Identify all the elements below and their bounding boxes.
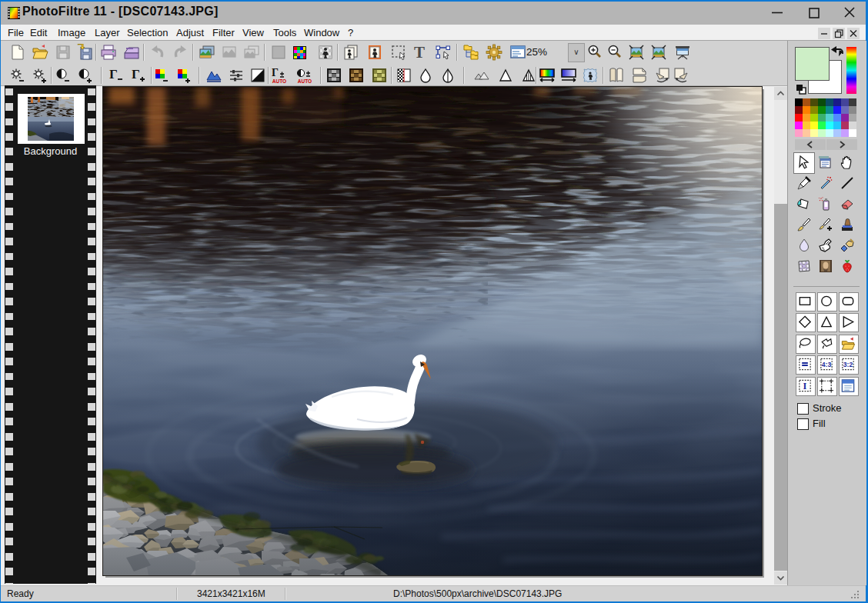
svg-text:AUTO: AUTO — [272, 78, 286, 84]
svg-text:T: T — [414, 44, 425, 61]
svg-text:Γ: Γ — [109, 67, 118, 82]
svg-text:Γ: Γ — [272, 67, 279, 78]
svg-text:3:2: 3:2 — [843, 361, 853, 368]
svg-text:I: I — [803, 381, 807, 391]
svg-text:Γ: Γ — [132, 67, 140, 82]
svg-text:AUTO: AUTO — [298, 78, 312, 84]
svg-text:4:3: 4:3 — [822, 361, 832, 368]
